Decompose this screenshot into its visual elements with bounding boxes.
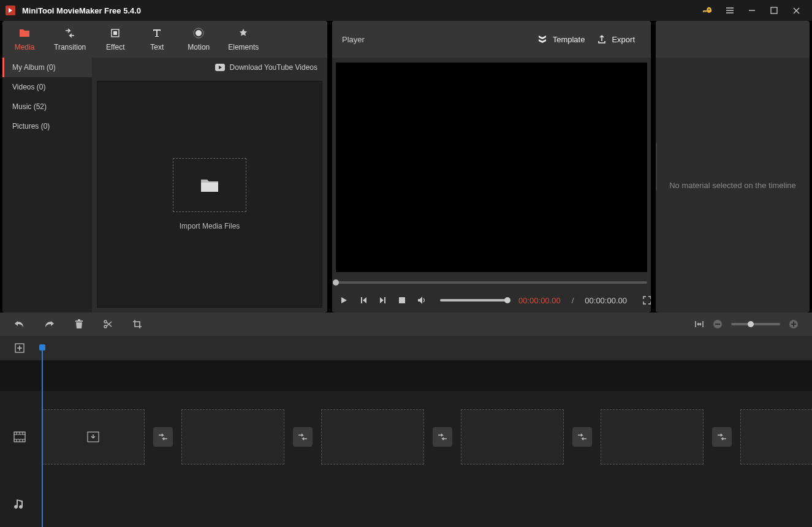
download-youtube-button[interactable]: Download YouTube Videos (92, 58, 327, 77)
time-current: 00:00:00.00 (518, 296, 561, 305)
sidebar-item-label: Music (52) (12, 102, 47, 111)
toggle-inspector-icon[interactable] (656, 142, 657, 191)
tab-motion[interactable]: Motion (178, 22, 219, 56)
template-button[interactable]: Template (531, 30, 591, 48)
volume-slider[interactable] (440, 299, 507, 301)
sidebar-item-label: Pictures (0) (12, 122, 50, 131)
svg-rect-1 (771, 7, 777, 13)
maximize-icon[interactable] (763, 0, 785, 21)
tool-tabstrip: Media Transition Effect Text (2, 21, 327, 58)
stop-icon[interactable] (398, 295, 406, 305)
playhead[interactable] (42, 348, 43, 527)
fullscreen-icon[interactable] (643, 295, 651, 305)
timeline (0, 336, 812, 527)
clip-slot[interactable] (181, 409, 284, 464)
timeline-toolbar (0, 313, 812, 336)
scrub-bar[interactable] (336, 277, 647, 288)
sidebar-item-label: My Album (0) (12, 63, 56, 72)
next-frame-icon[interactable] (379, 295, 387, 305)
tab-label: Media (15, 43, 35, 51)
media-category-list: My Album (0) Videos (0) Music (52) Pictu… (2, 58, 92, 313)
activate-key-icon[interactable] (702, 5, 713, 16)
tab-label: Elements (228, 43, 259, 51)
time-total: 00:00:00.00 (585, 296, 627, 305)
preview-canvas (336, 63, 647, 272)
add-track-icon[interactable] (0, 343, 39, 354)
inspector-panel: No material selected on the timeline (656, 21, 810, 313)
svg-rect-8 (399, 297, 405, 303)
sidebar-item-music[interactable]: Music (52) (2, 97, 92, 116)
video-clip-lane[interactable] (39, 391, 812, 483)
svg-rect-7 (201, 183, 218, 192)
volume-icon[interactable] (417, 295, 427, 305)
redo-icon[interactable] (44, 319, 55, 329)
transition-slot-icon[interactable] (712, 427, 732, 447)
svg-rect-3 (113, 31, 117, 35)
import-label: Import Media Files (180, 222, 240, 230)
close-icon[interactable] (785, 0, 807, 21)
sidebar-item-myalbum[interactable]: My Album (0) (2, 58, 92, 77)
minimize-icon[interactable] (741, 0, 763, 21)
split-icon[interactable] (103, 319, 113, 329)
tab-label: Motion (188, 43, 210, 51)
transition-slot-icon[interactable] (153, 427, 173, 447)
download-youtube-label: Download YouTube Videos (230, 63, 317, 72)
tab-label: Transition (54, 43, 86, 51)
export-button[interactable]: Export (591, 31, 641, 48)
text-icon (151, 27, 163, 39)
folder-open-icon (200, 177, 219, 193)
undo-icon[interactable] (13, 319, 25, 329)
template-label: Template (553, 35, 585, 44)
app-logo-icon (5, 5, 16, 16)
time-ruler[interactable] (39, 336, 812, 360)
player-title: Player (342, 35, 531, 44)
video-track-icon (0, 431, 39, 442)
zoom-in-icon[interactable] (789, 319, 799, 329)
fit-timeline-icon[interactable] (694, 320, 704, 328)
motion-icon (192, 27, 205, 39)
export-icon (597, 34, 607, 44)
transition-slot-icon[interactable] (293, 427, 313, 447)
clip-slot[interactable] (601, 409, 704, 464)
hamburger-menu-icon[interactable] (719, 0, 741, 21)
transition-slot-icon[interactable] (433, 427, 452, 447)
sidebar-item-pictures[interactable]: Pictures (0) (2, 116, 92, 136)
audio-track-icon (0, 499, 39, 511)
tab-label: Effect (106, 43, 124, 51)
drop-clip-slot[interactable] (42, 409, 145, 464)
effect-icon (109, 27, 121, 39)
title-bar: MiniTool MovieMaker Free 5.4.0 (0, 0, 812, 21)
time-separator: / (572, 296, 574, 305)
import-box[interactable] (173, 158, 246, 212)
tab-transition[interactable]: Transition (45, 22, 94, 56)
svg-point-10 (104, 325, 107, 328)
tab-media[interactable]: Media (4, 22, 45, 56)
zoom-slider[interactable] (731, 323, 780, 325)
play-icon[interactable] (340, 295, 348, 305)
zoom-out-icon[interactable] (713, 319, 723, 329)
clip-slot[interactable] (321, 409, 424, 464)
svg-point-4 (195, 30, 202, 36)
transition-icon (64, 27, 76, 39)
app-title: MiniTool MovieMaker Free 5.4.0 (22, 6, 696, 15)
template-icon (537, 34, 548, 45)
tab-label: Text (150, 43, 164, 51)
svg-point-9 (104, 320, 107, 323)
tab-text[interactable]: Text (136, 22, 178, 56)
tab-effect[interactable]: Effect (94, 22, 136, 56)
crop-icon[interactable] (132, 319, 142, 329)
tab-elements[interactable]: Elements (219, 22, 267, 56)
transition-slot-icon[interactable] (572, 427, 592, 447)
sidebar-item-label: Videos (0) (12, 83, 45, 91)
clip-slot[interactable] (740, 409, 812, 464)
delete-icon[interactable] (75, 319, 83, 329)
prev-frame-icon[interactable] (359, 295, 368, 305)
elements-icon (237, 27, 249, 39)
export-label: Export (612, 35, 635, 44)
import-drop-area[interactable]: Import Media Files (97, 81, 322, 308)
media-panel: Media Transition Effect Text (2, 21, 327, 313)
inspector-empty-message: No material selected on the timeline (669, 181, 796, 190)
sidebar-item-videos[interactable]: Videos (0) (2, 77, 92, 97)
clip-slot[interactable] (461, 409, 564, 464)
folder-icon (18, 27, 31, 39)
